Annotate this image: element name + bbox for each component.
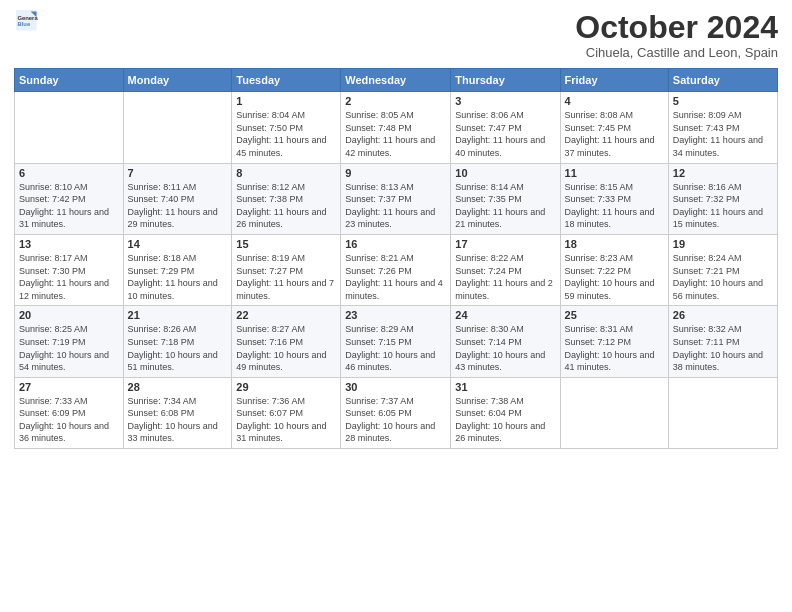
calendar-table: SundayMondayTuesdayWednesdayThursdayFrid… xyxy=(14,68,778,449)
day-info: Sunrise: 7:37 AMSunset: 6:05 PMDaylight:… xyxy=(345,395,446,445)
day-number: 13 xyxy=(19,238,119,250)
svg-text:Blue: Blue xyxy=(17,21,30,27)
day-number: 18 xyxy=(565,238,664,250)
day-number: 24 xyxy=(455,309,555,321)
day-info: Sunrise: 8:24 AMSunset: 7:21 PMDaylight:… xyxy=(673,252,773,302)
day-number: 12 xyxy=(673,167,773,179)
day-info: Sunrise: 8:32 AMSunset: 7:11 PMDaylight:… xyxy=(673,323,773,373)
calendar-cell xyxy=(560,377,668,448)
calendar-cell: 17Sunrise: 8:22 AMSunset: 7:24 PMDayligh… xyxy=(451,234,560,305)
calendar-cell: 8Sunrise: 8:12 AMSunset: 7:38 PMDaylight… xyxy=(232,163,341,234)
calendar-cell: 23Sunrise: 8:29 AMSunset: 7:15 PMDayligh… xyxy=(341,306,451,377)
calendar-cell: 10Sunrise: 8:14 AMSunset: 7:35 PMDayligh… xyxy=(451,163,560,234)
location-subtitle: Cihuela, Castille and Leon, Spain xyxy=(575,45,778,60)
day-number: 3 xyxy=(455,95,555,107)
day-info: Sunrise: 7:34 AMSunset: 6:08 PMDaylight:… xyxy=(128,395,228,445)
day-info: Sunrise: 8:30 AMSunset: 7:14 PMDaylight:… xyxy=(455,323,555,373)
day-number: 5 xyxy=(673,95,773,107)
calendar-cell xyxy=(668,377,777,448)
calendar-cell: 4Sunrise: 8:08 AMSunset: 7:45 PMDaylight… xyxy=(560,92,668,163)
weekday-header-friday: Friday xyxy=(560,69,668,92)
day-info: Sunrise: 8:27 AMSunset: 7:16 PMDaylight:… xyxy=(236,323,336,373)
day-number: 29 xyxy=(236,381,336,393)
calendar-cell xyxy=(123,92,232,163)
day-info: Sunrise: 8:15 AMSunset: 7:33 PMDaylight:… xyxy=(565,181,664,231)
weekday-header-sunday: Sunday xyxy=(15,69,124,92)
calendar-cell: 13Sunrise: 8:17 AMSunset: 7:30 PMDayligh… xyxy=(15,234,124,305)
day-number: 7 xyxy=(128,167,228,179)
day-number: 31 xyxy=(455,381,555,393)
calendar-cell: 5Sunrise: 8:09 AMSunset: 7:43 PMDaylight… xyxy=(668,92,777,163)
day-number: 16 xyxy=(345,238,446,250)
day-info: Sunrise: 8:11 AMSunset: 7:40 PMDaylight:… xyxy=(128,181,228,231)
logo: General Blue xyxy=(14,10,38,36)
calendar-cell: 22Sunrise: 8:27 AMSunset: 7:16 PMDayligh… xyxy=(232,306,341,377)
day-info: Sunrise: 8:10 AMSunset: 7:42 PMDaylight:… xyxy=(19,181,119,231)
calendar-cell: 7Sunrise: 8:11 AMSunset: 7:40 PMDaylight… xyxy=(123,163,232,234)
day-info: Sunrise: 8:26 AMSunset: 7:18 PMDaylight:… xyxy=(128,323,228,373)
calendar-cell: 9Sunrise: 8:13 AMSunset: 7:37 PMDaylight… xyxy=(341,163,451,234)
day-info: Sunrise: 8:18 AMSunset: 7:29 PMDaylight:… xyxy=(128,252,228,302)
day-number: 2 xyxy=(345,95,446,107)
calendar-cell: 29Sunrise: 7:36 AMSunset: 6:07 PMDayligh… xyxy=(232,377,341,448)
day-number: 14 xyxy=(128,238,228,250)
day-number: 4 xyxy=(565,95,664,107)
day-number: 17 xyxy=(455,238,555,250)
calendar-cell: 25Sunrise: 8:31 AMSunset: 7:12 PMDayligh… xyxy=(560,306,668,377)
day-number: 9 xyxy=(345,167,446,179)
day-info: Sunrise: 8:29 AMSunset: 7:15 PMDaylight:… xyxy=(345,323,446,373)
calendar-cell: 28Sunrise: 7:34 AMSunset: 6:08 PMDayligh… xyxy=(123,377,232,448)
weekday-header-saturday: Saturday xyxy=(668,69,777,92)
day-number: 25 xyxy=(565,309,664,321)
day-number: 8 xyxy=(236,167,336,179)
day-number: 26 xyxy=(673,309,773,321)
calendar-cell: 31Sunrise: 7:38 AMSunset: 6:04 PMDayligh… xyxy=(451,377,560,448)
day-info: Sunrise: 7:36 AMSunset: 6:07 PMDaylight:… xyxy=(236,395,336,445)
weekday-header-wednesday: Wednesday xyxy=(341,69,451,92)
calendar-cell: 15Sunrise: 8:19 AMSunset: 7:27 PMDayligh… xyxy=(232,234,341,305)
day-number: 21 xyxy=(128,309,228,321)
day-info: Sunrise: 8:12 AMSunset: 7:38 PMDaylight:… xyxy=(236,181,336,231)
month-title: October 2024 xyxy=(575,10,778,45)
day-info: Sunrise: 8:17 AMSunset: 7:30 PMDaylight:… xyxy=(19,252,119,302)
day-info: Sunrise: 8:21 AMSunset: 7:26 PMDaylight:… xyxy=(345,252,446,302)
day-info: Sunrise: 7:33 AMSunset: 6:09 PMDaylight:… xyxy=(19,395,119,445)
day-number: 10 xyxy=(455,167,555,179)
weekday-header-thursday: Thursday xyxy=(451,69,560,92)
day-info: Sunrise: 8:25 AMSunset: 7:19 PMDaylight:… xyxy=(19,323,119,373)
day-number: 11 xyxy=(565,167,664,179)
calendar-cell xyxy=(15,92,124,163)
calendar-cell: 20Sunrise: 8:25 AMSunset: 7:19 PMDayligh… xyxy=(15,306,124,377)
day-info: Sunrise: 8:08 AMSunset: 7:45 PMDaylight:… xyxy=(565,109,664,159)
day-info: Sunrise: 8:16 AMSunset: 7:32 PMDaylight:… xyxy=(673,181,773,231)
day-number: 15 xyxy=(236,238,336,250)
calendar-cell: 12Sunrise: 8:16 AMSunset: 7:32 PMDayligh… xyxy=(668,163,777,234)
day-number: 1 xyxy=(236,95,336,107)
day-number: 30 xyxy=(345,381,446,393)
day-info: Sunrise: 8:05 AMSunset: 7:48 PMDaylight:… xyxy=(345,109,446,159)
calendar-cell: 24Sunrise: 8:30 AMSunset: 7:14 PMDayligh… xyxy=(451,306,560,377)
day-number: 20 xyxy=(19,309,119,321)
calendar-cell: 6Sunrise: 8:10 AMSunset: 7:42 PMDaylight… xyxy=(15,163,124,234)
calendar-cell: 11Sunrise: 8:15 AMSunset: 7:33 PMDayligh… xyxy=(560,163,668,234)
calendar-cell: 21Sunrise: 8:26 AMSunset: 7:18 PMDayligh… xyxy=(123,306,232,377)
day-info: Sunrise: 8:13 AMSunset: 7:37 PMDaylight:… xyxy=(345,181,446,231)
weekday-header-tuesday: Tuesday xyxy=(232,69,341,92)
day-info: Sunrise: 8:04 AMSunset: 7:50 PMDaylight:… xyxy=(236,109,336,159)
day-number: 22 xyxy=(236,309,336,321)
day-number: 28 xyxy=(128,381,228,393)
day-info: Sunrise: 8:14 AMSunset: 7:35 PMDaylight:… xyxy=(455,181,555,231)
title-block: October 2024 Cihuela, Castille and Leon,… xyxy=(575,10,778,60)
calendar-cell: 18Sunrise: 8:23 AMSunset: 7:22 PMDayligh… xyxy=(560,234,668,305)
day-number: 19 xyxy=(673,238,773,250)
day-info: Sunrise: 8:19 AMSunset: 7:27 PMDaylight:… xyxy=(236,252,336,302)
calendar-cell: 27Sunrise: 7:33 AMSunset: 6:09 PMDayligh… xyxy=(15,377,124,448)
day-info: Sunrise: 8:09 AMSunset: 7:43 PMDaylight:… xyxy=(673,109,773,159)
calendar-cell: 30Sunrise: 7:37 AMSunset: 6:05 PMDayligh… xyxy=(341,377,451,448)
calendar-cell: 1Sunrise: 8:04 AMSunset: 7:50 PMDaylight… xyxy=(232,92,341,163)
calendar-cell: 26Sunrise: 8:32 AMSunset: 7:11 PMDayligh… xyxy=(668,306,777,377)
day-info: Sunrise: 7:38 AMSunset: 6:04 PMDaylight:… xyxy=(455,395,555,445)
day-number: 6 xyxy=(19,167,119,179)
weekday-header-monday: Monday xyxy=(123,69,232,92)
calendar-cell: 2Sunrise: 8:05 AMSunset: 7:48 PMDaylight… xyxy=(341,92,451,163)
